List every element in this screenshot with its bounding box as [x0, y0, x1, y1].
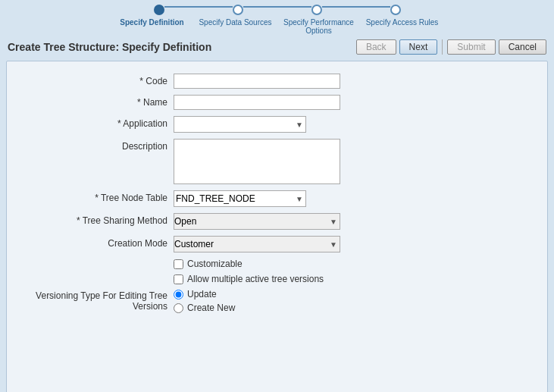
page-title: Create Tree Structure: Specify Definitio…	[8, 41, 211, 53]
customizable-row: Customizable	[174, 259, 532, 269]
page-title-bar: Create Tree Structure: Specify Definitio…	[0, 35, 554, 58]
description-label: Description	[22, 139, 174, 152]
code-input[interactable]	[174, 74, 340, 89]
tree-sharing-dropdown-wrapper: Open Shared None ▼	[174, 213, 340, 230]
step-4-label: Specify Access Rules	[361, 18, 444, 27]
tree-sharing-select[interactable]: Open Shared None	[174, 213, 340, 230]
name-row: * Name	[22, 95, 532, 110]
creation-mode-dropdown-wrapper: Customer Oracle Partner ▼	[174, 236, 340, 252]
step-3-node	[311, 5, 322, 15]
step-1-label: Specify Definition	[111, 18, 194, 27]
description-row: Description	[22, 139, 532, 184]
button-separator	[442, 39, 443, 55]
versioning-section: Versioning Type For Editing Tree Version…	[22, 289, 532, 313]
main-content: * Code * Name * Application ▼ Descriptio…	[6, 61, 548, 392]
code-row: * Code	[22, 74, 532, 89]
submit-button[interactable]: Submit	[447, 39, 495, 55]
next-button[interactable]: Next	[399, 39, 438, 55]
step-2-circle	[233, 5, 243, 15]
radio-create-new[interactable]	[174, 303, 183, 313]
application-row: * Application ▼	[22, 116, 532, 133]
step-connector-1	[164, 6, 233, 8]
versioning-label: Versioning Type For Editing Tree Version…	[22, 289, 174, 312]
step-connector-3	[322, 6, 390, 8]
allow-multiple-checkbox[interactable]	[174, 274, 183, 284]
allow-multiple-row: Allow multiple active tree versions	[174, 274, 532, 284]
step-4-circle	[390, 5, 401, 15]
tree-node-table-dropdown-wrapper: FND_TREE_NODE ▼	[174, 190, 306, 207]
step-2-node	[233, 5, 243, 15]
step-3-circle	[311, 5, 322, 15]
step-2-label: Specify Data Sources	[194, 18, 277, 27]
tree-node-table-label: * Tree Node Table	[22, 190, 174, 203]
step-4-node	[390, 5, 401, 15]
application-select[interactable]	[174, 116, 306, 133]
creation-mode-row: Creation Mode Customer Oracle Partner ▼	[22, 236, 532, 252]
code-label: * Code	[22, 74, 174, 86]
application-label: * Application	[22, 116, 174, 129]
back-button[interactable]: Back	[356, 39, 396, 55]
steps-labels: Specify Definition Specify Data Sources …	[0, 18, 554, 35]
tree-node-table-select[interactable]: FND_TREE_NODE	[174, 190, 306, 207]
name-label: * Name	[22, 95, 174, 108]
radio-options: Update Create New	[174, 289, 235, 313]
radio-update[interactable]	[174, 290, 183, 299]
wizard-header	[0, 0, 554, 17]
radio-update-label: Update	[187, 289, 217, 299]
application-dropdown-wrapper: ▼	[174, 116, 306, 133]
customizable-checkbox[interactable]	[174, 259, 183, 269]
radio-create-new-option: Create New	[174, 303, 235, 313]
radio-create-new-label: Create New	[187, 303, 235, 313]
tree-sharing-method-row: * Tree Sharing Method Open Shared None ▼	[22, 213, 532, 230]
step-3-label: Specify Performance Options	[277, 18, 361, 35]
creation-mode-select[interactable]: Customer Oracle Partner	[174, 236, 340, 252]
customizable-label: Customizable	[187, 259, 243, 269]
steps-row	[154, 5, 401, 15]
tree-sharing-method-label: * Tree Sharing Method	[22, 213, 174, 226]
cancel-button[interactable]: Cancel	[499, 39, 546, 55]
radio-update-option: Update	[174, 289, 235, 299]
step-1-node	[154, 5, 164, 15]
allow-multiple-label: Allow multiple active tree versions	[187, 274, 324, 284]
creation-mode-label: Creation Mode	[22, 236, 174, 249]
tree-node-table-row: * Tree Node Table FND_TREE_NODE ▼	[22, 190, 532, 207]
name-input[interactable]	[174, 95, 340, 110]
step-1-circle	[154, 5, 164, 15]
description-textarea[interactable]	[174, 139, 340, 184]
step-connector-2	[243, 6, 311, 8]
action-buttons: Back Next Submit Cancel	[356, 39, 546, 55]
